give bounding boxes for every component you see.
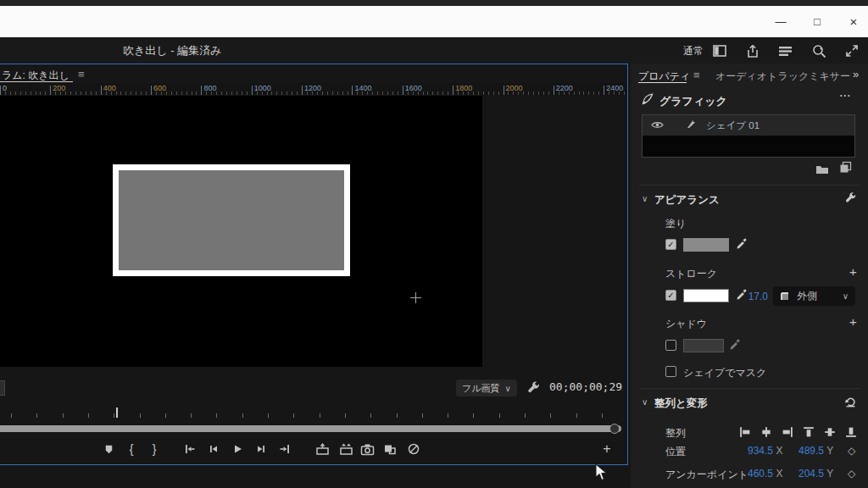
search-icon[interactable] <box>810 42 828 59</box>
reset-icon[interactable] <box>844 395 857 411</box>
chevron-down-icon[interactable]: ∨ <box>642 194 648 203</box>
mark-out-button[interactable]: } <box>146 441 163 457</box>
workspace-mode-button[interactable]: 通常 <box>683 44 704 58</box>
stroke-checkbox[interactable]: ✓ <box>665 290 676 301</box>
vr-video-button[interactable] <box>405 441 422 457</box>
lift-button[interactable] <box>314 441 331 457</box>
mini-time-ruler[interactable] <box>0 406 627 419</box>
export-frame-button[interactable] <box>359 441 376 457</box>
zoom-scrollbar-handle[interactable] <box>609 424 620 434</box>
pen-shape-icon <box>686 118 698 133</box>
ruler-tick <box>488 92 489 95</box>
align-left-icon[interactable] <box>739 426 751 438</box>
add-stroke-icon[interactable]: + <box>849 267 857 277</box>
play-button[interactable] <box>229 441 246 457</box>
fill-color-swatch[interactable] <box>683 238 729 252</box>
stroke-position-dropdown[interactable]: 外側 ∨ <box>773 286 855 306</box>
ruler-tick <box>583 92 584 95</box>
layer-row-shape01[interactable]: シェイプ 01 <box>643 115 854 136</box>
position-keyframe-diamond-icon[interactable]: ◇ <box>848 445 855 457</box>
project-title: 吹き出し - 編集済み <box>123 43 221 58</box>
quality-label: フル画質 <box>462 382 500 395</box>
stroke-color-swatch[interactable] <box>683 289 729 302</box>
shadow-color-swatch[interactable] <box>683 339 724 352</box>
stroke-position-value: 外側 <box>797 289 817 303</box>
step-forward-button[interactable] <box>253 441 270 457</box>
ruler-tick <box>468 92 469 95</box>
ruler-tick <box>543 92 544 95</box>
shape-object[interactable] <box>113 164 350 276</box>
appearance-settings-wrench-icon[interactable] <box>844 191 857 208</box>
workspace-icon[interactable] <box>710 42 729 59</box>
panel-menu-icon[interactable]: ≡ <box>693 69 700 81</box>
ruler-tick <box>276 92 277 95</box>
anchor-y-field[interactable]: 204.5 Y <box>798 468 833 480</box>
video-preview-area[interactable] <box>0 96 482 367</box>
new-layer-icon[interactable] <box>839 161 852 177</box>
ruler-tick <box>533 92 534 95</box>
ruler-tick <box>528 92 529 95</box>
tab-overflow-icon[interactable]: » <box>853 68 859 80</box>
ruler-tick <box>513 92 514 95</box>
panel-menu-icon[interactable]: ≡ <box>78 68 85 80</box>
stacked-panels-icon[interactable] <box>776 42 794 59</box>
align-center-horizontal-icon[interactable] <box>760 426 772 438</box>
new-group-folder-icon[interactable] <box>815 163 829 178</box>
chevron-down-icon[interactable]: ∨ <box>642 397 648 407</box>
comparison-view-button[interactable] <box>381 441 398 457</box>
position-x-field[interactable]: 934.5 X <box>748 445 782 457</box>
align-right-icon[interactable] <box>782 426 793 438</box>
shadow-checkbox[interactable] <box>665 340 676 351</box>
anchor-y-value[interactable]: 204.5 <box>798 468 824 480</box>
shadow-eyedropper-icon[interactable] <box>729 338 742 354</box>
position-y-value[interactable]: 489.5 <box>798 445 824 457</box>
ruler-tick <box>453 86 453 95</box>
playback-quality-dropdown[interactable]: フル画質 ∨ <box>456 380 517 396</box>
align-top-icon[interactable] <box>803 426 815 438</box>
chevron-down-icon: ∨ <box>505 384 511 393</box>
duration-timecode: 00;00;00;29 <box>549 380 622 393</box>
go-to-in-button[interactable] <box>181 441 198 457</box>
ruler-tick <box>101 86 102 95</box>
align-center-vertical-icon[interactable] <box>824 426 836 438</box>
ruler-tick <box>559 92 559 95</box>
extract-button[interactable] <box>337 441 354 457</box>
add-shadow-icon[interactable]: + <box>849 317 857 327</box>
tab-audio-track-mixer[interactable]: オーディオトラックミキサー: 吹き <box>715 69 851 84</box>
anchor-keyframe-diamond-icon[interactable]: ◇ <box>848 468 855 480</box>
go-to-out-button[interactable] <box>276 441 293 457</box>
monitor-settings-wrench-icon[interactable] <box>526 380 541 398</box>
anchor-x-field[interactable]: 460.5 X <box>748 468 782 480</box>
ruler-tick <box>201 86 202 95</box>
more-options-icon[interactable]: ••• <box>840 92 851 98</box>
mini-ruler-tick <box>293 413 294 418</box>
playhead-icon[interactable] <box>116 408 118 418</box>
align-bottom-icon[interactable] <box>845 426 857 438</box>
anchor-x-value[interactable]: 460.5 <box>748 468 773 480</box>
anchor-y-suffix: Y <box>826 468 833 480</box>
mini-ruler-tick <box>602 413 603 418</box>
ruler-tick <box>257 92 258 95</box>
chevron-down-icon: ∨ <box>843 291 849 301</box>
close-button[interactable]: × <box>834 6 868 37</box>
fill-eyedropper-icon[interactable] <box>736 237 748 253</box>
mask-with-shape-checkbox[interactable] <box>665 366 676 377</box>
stroke-width-value[interactable]: 17.0 <box>734 291 768 302</box>
share-icon[interactable] <box>743 42 762 59</box>
fill-checkbox[interactable]: ✓ <box>665 239 676 250</box>
zoom-scrollbar[interactable] <box>0 425 621 432</box>
position-y-field[interactable]: 489.5 Y <box>798 445 833 457</box>
button-editor-add-button[interactable]: + <box>598 441 615 457</box>
fill-label: 塗り <box>665 217 686 231</box>
mark-in-button[interactable]: { <box>123 441 140 457</box>
add-marker-button[interactable] <box>100 441 117 457</box>
ruler-tick <box>504 86 504 95</box>
visibility-eye-icon[interactable] <box>651 118 664 133</box>
position-x-value[interactable]: 934.5 <box>748 445 773 457</box>
maximize-button[interactable]: □ <box>798 6 837 37</box>
ruler-tick <box>287 92 287 95</box>
fullscreen-icon[interactable] <box>843 42 861 59</box>
step-back-button[interactable] <box>205 441 222 457</box>
minimize-button[interactable]: — <box>761 6 800 37</box>
ruler-tick <box>25 92 26 95</box>
